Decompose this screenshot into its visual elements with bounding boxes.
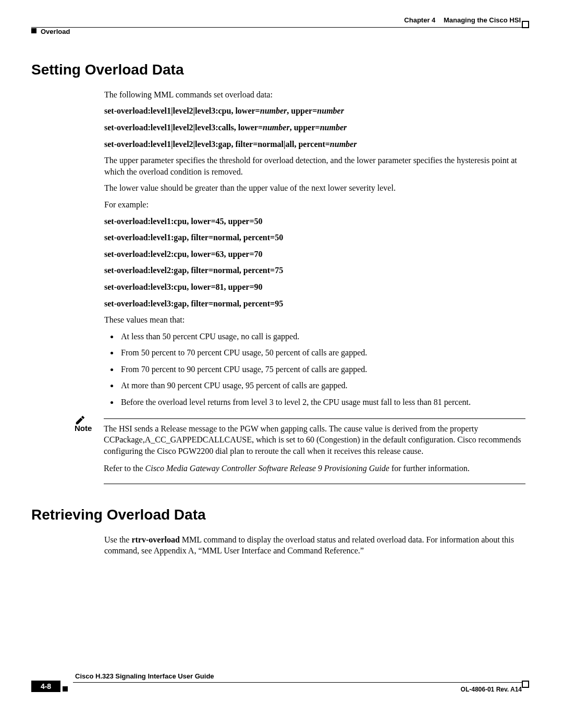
example-line: set-overload:level2:gap, filter=normal, … bbox=[104, 265, 525, 276]
bullet-list: At less than 50 percent CPU usage, no ca… bbox=[104, 331, 525, 408]
section2-body: Use the rtrv-overload MML command to dis… bbox=[104, 534, 525, 557]
note-block: Note The HSI sends a Release message to … bbox=[75, 418, 525, 484]
para-upper-lower: The upper parameter specifies the thresh… bbox=[104, 155, 525, 177]
example-line: set-overload:level3:gap, filter=normal, … bbox=[104, 298, 525, 310]
footer-guide-title: Cisco H.323 Signaling Interface User Gui… bbox=[75, 672, 214, 681]
note-para-2: Refer to the Cisco Media Gateway Control… bbox=[104, 463, 525, 474]
syntax-line-3: set-overload:level1|level2|level3:gap, f… bbox=[104, 139, 525, 150]
intro-para: The following MML commands set overload … bbox=[104, 89, 525, 101]
note-para-1: The HSI sends a Release message to the P… bbox=[104, 423, 525, 457]
note-top-rule bbox=[104, 418, 525, 419]
note-text: The HSI sends a Release message to the P… bbox=[104, 423, 525, 480]
for-example: For example: bbox=[104, 199, 525, 211]
list-item: At less than 50 percent CPU usage, no ca… bbox=[119, 331, 525, 342]
footer-rule bbox=[73, 682, 529, 683]
example-line: set-overload:level1:cpu, lower=45, upper… bbox=[104, 216, 525, 227]
section-title-setting-overload: Setting Overload Data bbox=[31, 60, 563, 80]
list-item: From 50 percent to 70 percent CPU usage,… bbox=[119, 347, 525, 359]
list-item: Before the overload level returns from l… bbox=[119, 397, 525, 408]
page-number-box: 4-8 bbox=[31, 681, 60, 692]
chapter-title: Managing the Cisco HSI bbox=[444, 16, 521, 24]
list-item: From 70 percent to 90 percent CPU usage,… bbox=[119, 364, 525, 375]
example-line: set-overload:level1:gap, filter=normal, … bbox=[104, 232, 525, 243]
example-line: set-overload:level2:cpu, lower=63, upper… bbox=[104, 249, 525, 260]
section-title-retrieving-overload: Retrieving Overload Data bbox=[31, 505, 563, 525]
section2-para: Use the rtrv-overload MML command to dis… bbox=[104, 534, 525, 557]
note-label: Note bbox=[75, 423, 104, 480]
section-crumb: Overload bbox=[41, 27, 70, 36]
syntax-line-1: set-overload:level1|level2|level3:cpu, l… bbox=[104, 105, 525, 117]
footer-square-solid bbox=[63, 686, 68, 692]
header-square-outline bbox=[522, 21, 529, 28]
page-footer: Cisco H.323 Signaling Interface User Gui… bbox=[31, 682, 529, 708]
chapter-header: Chapter 4 Managing the Cisco HSI bbox=[404, 16, 521, 25]
para-lower-value: The lower value should be greater than t… bbox=[104, 182, 525, 194]
syntax-line-2: set-overload:level1|level2|level3:calls,… bbox=[104, 122, 525, 133]
pencil-icon bbox=[75, 414, 86, 426]
page-header: Chapter 4 Managing the Cisco HSI Overloa… bbox=[31, 16, 529, 31]
header-square-solid bbox=[31, 28, 36, 33]
note-bottom-rule bbox=[104, 484, 525, 484]
header-rule bbox=[31, 27, 529, 28]
chapter-label: Chapter 4 bbox=[404, 16, 435, 24]
footer-revision: OL-4806-01 Rev. A14 bbox=[461, 685, 522, 694]
list-item: At more than 90 percent CPU usage, 95 pe… bbox=[119, 380, 525, 391]
example-line: set-overload:level3:cpu, lower=81, upper… bbox=[104, 281, 525, 293]
these-values-mean: These values mean that: bbox=[104, 314, 525, 326]
section1-body: The following MML commands set overload … bbox=[104, 89, 525, 408]
footer-square-outline bbox=[522, 681, 529, 688]
